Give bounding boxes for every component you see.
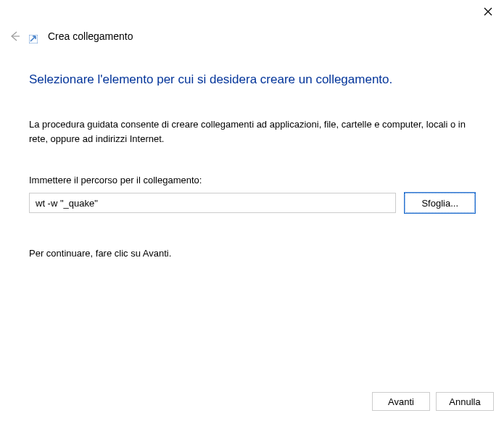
page-description: La procedura guidata consente di creare … <box>29 117 475 146</box>
next-button[interactable]: Avanti <box>372 392 430 411</box>
wizard-header: Crea collegamento <box>7 29 133 43</box>
wizard-footer: Avanti Annulla <box>372 392 494 411</box>
page-heading: Selezionare l'elemento per cui si deside… <box>29 72 475 87</box>
back-button[interactable] <box>7 29 22 43</box>
wizard-content: Selezionare l'elemento per cui si deside… <box>29 72 475 259</box>
continue-hint: Per continuare, fare clic su Avanti. <box>29 248 475 259</box>
path-input-label: Immettere il percorso per il collegament… <box>29 175 475 186</box>
arrow-left-icon <box>9 30 20 42</box>
path-input-row: Sfoglia... <box>29 193 475 213</box>
browse-button[interactable]: Sfoglia... <box>405 193 475 213</box>
close-button[interactable] <box>482 6 494 17</box>
close-icon <box>484 7 492 16</box>
cancel-button[interactable]: Annulla <box>436 392 494 411</box>
shortcut-icon <box>29 32 41 43</box>
wizard-title: Crea collegamento <box>48 30 133 42</box>
path-input[interactable] <box>29 193 396 213</box>
